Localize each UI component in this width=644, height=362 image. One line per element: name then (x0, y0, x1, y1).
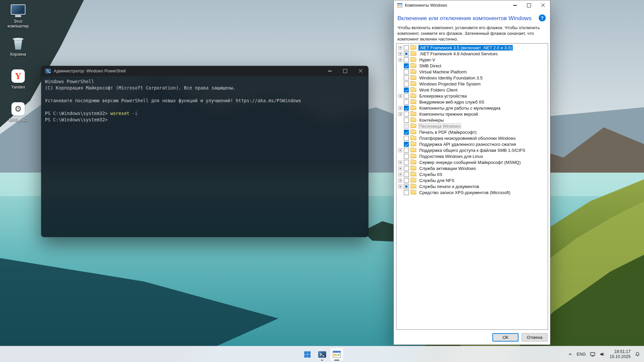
feature-label[interactable]: Блокировка устройства (418, 93, 468, 99)
feature-row[interactable]: Hyper-V (396, 57, 548, 63)
tray-overflow-chevron-icon[interactable] (568, 352, 572, 356)
maximize-icon[interactable] (337, 66, 353, 76)
taskbar-powershell-button[interactable] (315, 348, 329, 361)
feature-row[interactable]: Службы для NFS (396, 177, 548, 183)
feature-label[interactable]: Средство записи XPS-документов (Microsof… (418, 190, 512, 195)
feature-checkbox[interactable] (404, 124, 409, 129)
feature-row[interactable]: Подсистема Windows для Linux (396, 153, 548, 159)
desktop-icon[interactable]: Корзина (3, 36, 34, 67)
feature-checkbox[interactable] (404, 45, 409, 50)
volume-icon[interactable] (600, 352, 605, 357)
feature-label[interactable]: Внедряемое веб-ядро служб IIS (418, 99, 485, 105)
feature-label[interactable]: Сервер очереди сообщений Майкрософт (MSM… (418, 160, 522, 165)
feature-label[interactable]: Службы IIS (418, 172, 443, 177)
feature-label[interactable]: Песочница Windows (418, 123, 461, 129)
feature-row[interactable]: Внедряемое веб-ядро служб IIS (396, 99, 548, 105)
language-indicator[interactable]: ENG (577, 352, 586, 357)
maximize-icon[interactable] (522, 0, 536, 10)
feature-row[interactable]: Песочница Windows (396, 123, 548, 129)
feature-checkbox[interactable] (404, 118, 409, 123)
expand-toggle-icon[interactable] (398, 161, 402, 164)
powershell-titlebar[interactable]: Администратор: Windows PowerShell (41, 66, 368, 76)
expand-toggle-icon[interactable] (398, 167, 402, 170)
feature-checkbox[interactable] (404, 87, 409, 93)
feature-label[interactable]: Компоненты прежних версий (418, 111, 479, 117)
feature-checkbox[interactable] (404, 57, 409, 62)
features-tree[interactable]: .NET Framework 3.5 (включает .NET 2.0 и … (396, 43, 548, 330)
expand-toggle-icon[interactable] (398, 94, 402, 98)
feature-label[interactable]: Hyper-V (418, 57, 436, 63)
dialog-titlebar[interactable]: Компоненты Windows (394, 0, 550, 10)
desktop-icon[interactable]: Y Yandex (3, 68, 34, 100)
feature-label[interactable]: Контейнеры (418, 117, 445, 123)
ok-button[interactable]: ОК (492, 333, 519, 342)
expand-toggle-icon[interactable] (398, 106, 402, 110)
expand-toggle-icon[interactable] (398, 112, 402, 116)
taskbar-windows-features-button[interactable] (330, 348, 343, 361)
feature-row[interactable]: Поддержка API удаленного разностного сжа… (396, 141, 548, 147)
feature-checkbox[interactable] (404, 100, 409, 105)
feature-checkbox[interactable] (404, 51, 409, 56)
expand-toggle-icon[interactable] (398, 148, 402, 152)
feature-row[interactable]: Печать в PDF (Майкрософт) (396, 129, 548, 135)
feature-checkbox[interactable] (404, 154, 409, 159)
feature-label[interactable]: Платформа низкоуровневой оболочки Window… (418, 135, 517, 141)
help-icon[interactable]: ? (539, 14, 546, 21)
feature-label[interactable]: Компоненты для работы с мультимедиа (418, 105, 501, 111)
feature-row[interactable]: Windows Identity Foundation 3.5 (396, 75, 548, 81)
expand-toggle-icon[interactable] (398, 58, 402, 62)
feature-row[interactable]: .NET Framework 4.8 Advanced Services (396, 51, 548, 57)
feature-checkbox[interactable] (404, 63, 409, 68)
terminal-output[interactable]: Windows PowerShell(C) Корпорация Майкрос… (41, 76, 368, 237)
feature-row[interactable]: SMB Direct (396, 63, 548, 69)
feature-checkbox[interactable] (404, 190, 409, 195)
feature-row[interactable]: Компоненты прежних версий (396, 111, 548, 117)
feature-checkbox[interactable] (404, 94, 409, 99)
feature-label[interactable]: .NET Framework 4.8 Advanced Services (418, 51, 499, 57)
feature-label[interactable]: Печать в PDF (Майкрософт) (418, 129, 478, 135)
cancel-button[interactable]: Отмена (522, 333, 548, 342)
feature-row[interactable]: .NET Framework 3.5 (включает .NET 2.0 и … (396, 45, 548, 51)
feature-label[interactable]: Поддержка API удаленного разностного сжа… (418, 141, 517, 147)
expand-toggle-icon[interactable] (398, 179, 402, 182)
feature-row[interactable]: Virtual Machine Platform (396, 69, 548, 75)
feature-checkbox[interactable] (404, 148, 409, 153)
feature-checkbox[interactable] (404, 166, 409, 171)
feature-checkbox[interactable] (404, 112, 409, 117)
expand-toggle-icon[interactable] (398, 173, 402, 176)
feature-checkbox[interactable] (404, 178, 409, 183)
feature-checkbox[interactable] (404, 142, 409, 147)
start-button[interactable] (301, 348, 314, 361)
minimize-icon[interactable] (508, 0, 522, 10)
minimize-icon[interactable] (322, 66, 337, 76)
notification-bell-icon[interactable] (635, 352, 640, 357)
feature-label[interactable]: Службы для NFS (418, 178, 455, 183)
feature-row[interactable]: Work Folders Client (396, 87, 548, 93)
network-icon[interactable] (590, 352, 595, 357)
feature-checkbox[interactable] (404, 136, 409, 141)
feature-label[interactable]: SMB Direct (418, 63, 442, 69)
feature-checkbox[interactable] (404, 106, 409, 111)
expand-toggle-icon[interactable] (398, 185, 402, 188)
feature-checkbox[interactable] (404, 69, 409, 74)
feature-row[interactable]: Windows Projected File System (396, 81, 548, 87)
clock[interactable]: 18:51:17 15.10.2025 (609, 349, 631, 359)
feature-checkbox[interactable] (404, 160, 409, 165)
feature-checkbox[interactable] (404, 172, 409, 177)
feature-row[interactable]: Платформа низкоуровневой оболочки Window… (396, 135, 548, 141)
feature-row[interactable]: Службы печати и документов (396, 183, 548, 189)
expand-toggle-icon[interactable] (398, 46, 402, 50)
close-icon[interactable] (353, 66, 368, 76)
feature-row[interactable]: Блокировка устройства (396, 93, 548, 99)
feature-label[interactable]: Службы печати и документов (418, 184, 480, 189)
feature-row[interactable]: Службы IIS (396, 171, 548, 177)
expand-toggle-icon[interactable] (398, 52, 402, 56)
feature-label[interactable]: Поддержка общего доступа к файлам SMB 1.… (418, 147, 526, 153)
feature-checkbox[interactable] (404, 130, 409, 135)
feature-checkbox[interactable] (404, 81, 409, 86)
feature-checkbox[interactable] (404, 184, 409, 189)
desktop-icon[interactable]: Этот компьютер (3, 3, 34, 34)
feature-row[interactable]: Поддержка общего доступа к файлам SMB 1.… (396, 147, 548, 153)
feature-row[interactable]: Контейнеры (396, 117, 548, 123)
feature-row[interactable]: Сервер очереди сообщений Майкрософт (MSM… (396, 159, 548, 165)
